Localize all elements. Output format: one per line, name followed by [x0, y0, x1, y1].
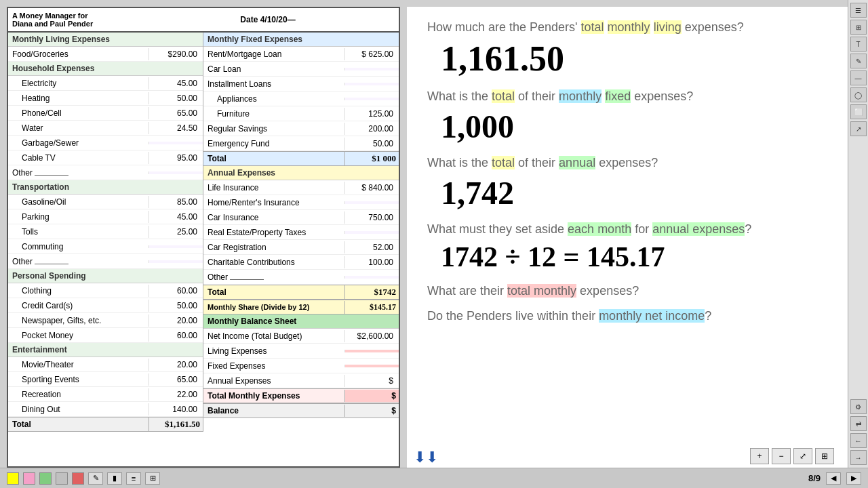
table-tool[interactable]: ⊞: [145, 472, 160, 485]
rt-btn-nav-next[interactable]: →: [850, 450, 867, 465]
carloan-row: Car Loan: [203, 62, 399, 77]
monthly-share-row: Monthly Share (Divide by 12) $145.17: [203, 300, 399, 314]
creditcard-row: Credit Card(s) 50.00: [8, 298, 203, 313]
water-row: Water 24.50: [8, 121, 203, 136]
rt-btn-nav-prev[interactable]: ←: [850, 433, 867, 448]
scroll-down-btn[interactable]: ⬇⬇: [414, 449, 438, 466]
question-6: Do the Penders live within their monthly…: [427, 309, 841, 323]
recreation-row: Recreation 22.00: [8, 387, 203, 402]
grid-btn[interactable]: ⊞: [815, 448, 834, 464]
netincome-value: $2,600.00: [344, 330, 399, 342]
charitable-value: 100.00: [344, 256, 399, 268]
color-yellow[interactable]: [7, 472, 19, 485]
balance-value: $: [344, 405, 399, 417]
gasoline-label: Gasoline/Oil: [8, 196, 149, 208]
lifeins-label: Life Insurance: [203, 182, 344, 194]
rt-btn-3[interactable]: T: [850, 37, 867, 52]
rt-btn-8[interactable]: ↗: [850, 121, 867, 136]
rt-btn-6[interactable]: ◯: [850, 87, 867, 102]
lifeins-row: Life Insurance $ 840.00: [203, 180, 399, 195]
tolls-value: 25.00: [149, 226, 203, 238]
rt-btn-4[interactable]: ✎: [850, 54, 867, 68]
carins-label: Car Insurance: [203, 211, 344, 224]
parking-label: Parking: [8, 211, 149, 223]
answer-1: 1,161.50: [441, 39, 841, 79]
furniture-value: 125.00: [344, 108, 399, 120]
pen-tool[interactable]: ✎: [88, 472, 103, 485]
prev-page-btn[interactable]: ◀: [826, 472, 841, 485]
carins-row: Car Insurance 750.00: [203, 210, 399, 225]
entertainment-header: Entertainment: [8, 343, 203, 357]
movie-row: Movie/Theater 20.00: [8, 357, 203, 372]
creditcard-label: Credit Card(s): [8, 300, 149, 312]
annual-total-handwritten: $1742: [374, 287, 397, 297]
rt-btn-10[interactable]: ⇄: [850, 416, 867, 431]
rt-btn-5[interactable]: —: [850, 70, 867, 85]
rt-btn-7[interactable]: ⬜: [850, 104, 867, 119]
homeins-value: [344, 201, 399, 204]
fixed-total-value: $1 000: [344, 152, 399, 165]
heating-value: 50.00: [149, 92, 203, 104]
color-red[interactable]: [72, 472, 84, 485]
rent-row: Rent/Mortgage Loan $ 625.00: [203, 47, 399, 62]
monthly-share-label: Monthly Share (Divide by 12): [203, 302, 344, 312]
phone-label: Phone/Cell: [8, 107, 149, 119]
spreadsheet: A Money Manager for Diana and Paul Pende…: [7, 7, 400, 468]
living-total-row: Total $1,161.50: [8, 417, 203, 432]
marker-tool[interactable]: ▮: [107, 472, 122, 485]
food-row: Food/Groceries $290.00: [8, 47, 203, 62]
color-gray[interactable]: [56, 472, 68, 485]
balance-label: Balance: [203, 405, 344, 417]
phone-value: 65.00: [149, 107, 203, 119]
color-pink[interactable]: [23, 472, 35, 485]
color-green[interactable]: [39, 472, 52, 485]
emergency-value: 50.00: [344, 138, 399, 150]
rt-btn-9[interactable]: ⚙: [850, 399, 867, 414]
appliances-row: Appliances: [203, 92, 399, 106]
rt-btn-2[interactable]: ⊞: [850, 20, 867, 35]
fixed-total-label: Total: [203, 152, 344, 165]
list-tool[interactable]: ≡: [126, 472, 141, 485]
fixed-total-handwritten: $1 000: [372, 153, 396, 163]
household-header: Household Expenses: [8, 62, 203, 76]
balance-header: Monthly Balance Sheet: [203, 314, 399, 329]
sporting-row: Sporting Events 65.00: [8, 372, 203, 387]
rt-btn-1[interactable]: ☰: [850, 3, 867, 18]
transport-other-label: Other: [8, 256, 149, 268]
total-monthly-label: Total Monthly Expenses: [203, 390, 344, 402]
monthly-share-handwritten: $145.17: [370, 302, 396, 312]
sporting-label: Sporting Events: [8, 373, 149, 386]
living-total-label: Total: [8, 418, 149, 430]
electricity-row: Electricity 45.00: [8, 76, 203, 91]
next-page-btn[interactable]: ▶: [846, 472, 861, 485]
netincome-label: Net Income (Total Budget): [203, 330, 344, 342]
carloan-value: [344, 68, 399, 70]
cabletv-row: Cable TV 95.00: [8, 150, 203, 165]
fullscreen-btn[interactable]: ⤢: [793, 448, 812, 464]
installment-value: [344, 83, 399, 85]
household-other-value: [149, 171, 203, 174]
homeins-row: Home/Renter's Insurance: [203, 195, 399, 210]
annual-total-row: Total $1742: [203, 285, 399, 300]
annual-total-label: Total: [203, 286, 344, 298]
transport-other-value: [149, 260, 203, 263]
question-3-text: What is the total of their annual expens…: [427, 156, 841, 170]
recreation-value: 22.00: [149, 388, 203, 401]
rent-value: $ 625.00: [344, 48, 399, 60]
balance-living-value: [344, 350, 399, 352]
zoom-in-btn[interactable]: +: [750, 448, 769, 464]
question-2-text: What is the total of their monthly fixed…: [427, 89, 841, 104]
zoom-out-btn[interactable]: −: [772, 448, 791, 464]
newspaper-row: Newspaper, Gifts, etc. 20.00: [8, 313, 203, 328]
center-nav: ⬇⬇: [414, 449, 438, 466]
fixed-header: Monthly Fixed Expenses: [203, 33, 399, 47]
netincome-row: Net Income (Total Budget) $2,600.00: [203, 329, 399, 344]
lifeins-value: $ 840.00: [344, 182, 399, 194]
water-value: 24.50: [149, 122, 203, 134]
emergency-row: Emergency Fund 50.00: [203, 136, 399, 151]
parking-value: 45.00: [149, 211, 203, 223]
balance-fixed-row: Fixed Expenses: [203, 359, 399, 373]
question-3: What is the total of their annual expens…: [427, 156, 841, 211]
electricity-label: Electricity: [8, 77, 149, 89]
clothing-row: Clothing 60.00: [8, 283, 203, 298]
